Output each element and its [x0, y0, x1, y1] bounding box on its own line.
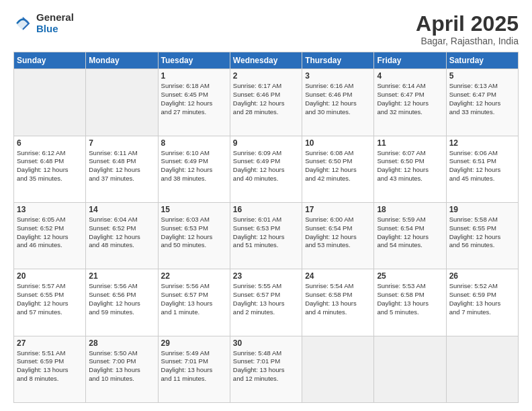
logo-icon: [13, 14, 32, 33]
table-row: [446, 336, 518, 402]
day-info: Sunrise: 5:56 AM Sunset: 6:57 PM Dayligh…: [161, 282, 227, 316]
day-info: Sunrise: 6:13 AM Sunset: 6:47 PM Dayligh…: [449, 82, 515, 116]
day-info: Sunrise: 6:10 AM Sunset: 6:49 PM Dayligh…: [161, 149, 227, 183]
table-row: 27Sunrise: 5:51 AM Sunset: 6:59 PM Dayli…: [14, 336, 86, 402]
table-row: 8Sunrise: 6:10 AM Sunset: 6:49 PM Daylig…: [158, 136, 230, 202]
calendar-week-row: 13Sunrise: 6:05 AM Sunset: 6:52 PM Dayli…: [14, 202, 519, 269]
day-info: Sunrise: 5:54 AM Sunset: 6:58 PM Dayligh…: [305, 282, 371, 316]
col-wednesday: Wednesday: [230, 52, 302, 69]
day-info: Sunrise: 6:06 AM Sunset: 6:51 PM Dayligh…: [449, 149, 515, 183]
day-number: 1: [161, 71, 227, 81]
table-row: 3Sunrise: 6:16 AM Sunset: 6:46 PM Daylig…: [302, 69, 374, 136]
logo-text: General Blue: [36, 12, 74, 34]
day-info: Sunrise: 5:57 AM Sunset: 6:55 PM Dayligh…: [17, 282, 83, 316]
col-tuesday: Tuesday: [158, 52, 230, 69]
table-row: 12Sunrise: 6:06 AM Sunset: 6:51 PM Dayli…: [446, 136, 518, 202]
table-row: 30Sunrise: 5:48 AM Sunset: 7:01 PM Dayli…: [230, 336, 302, 402]
table-row: 21Sunrise: 5:56 AM Sunset: 6:56 PM Dayli…: [86, 269, 158, 336]
table-row: 1Sunrise: 6:18 AM Sunset: 6:45 PM Daylig…: [158, 69, 230, 136]
table-row: 20Sunrise: 5:57 AM Sunset: 6:55 PM Dayli…: [14, 269, 86, 336]
day-info: Sunrise: 6:03 AM Sunset: 6:53 PM Dayligh…: [161, 216, 227, 250]
calendar-week-row: 27Sunrise: 5:51 AM Sunset: 6:59 PM Dayli…: [14, 336, 519, 402]
title-block: April 2025 Bagar, Rajasthan, India: [416, 12, 519, 46]
table-row: 13Sunrise: 6:05 AM Sunset: 6:52 PM Dayli…: [14, 202, 86, 269]
day-number: 11: [377, 138, 443, 148]
day-info: Sunrise: 5:59 AM Sunset: 6:54 PM Dayligh…: [377, 216, 443, 250]
day-number: 10: [305, 138, 371, 148]
day-number: 12: [449, 138, 515, 148]
day-number: 14: [89, 205, 154, 214]
day-info: Sunrise: 6:16 AM Sunset: 6:46 PM Dayligh…: [305, 82, 371, 116]
table-row: 19Sunrise: 5:58 AM Sunset: 6:55 PM Dayli…: [446, 202, 518, 269]
day-info: Sunrise: 6:00 AM Sunset: 6:54 PM Dayligh…: [305, 216, 371, 250]
table-row: 15Sunrise: 6:03 AM Sunset: 6:53 PM Dayli…: [158, 202, 230, 269]
day-number: 8: [161, 138, 227, 148]
day-info: Sunrise: 6:07 AM Sunset: 6:50 PM Dayligh…: [377, 149, 443, 183]
header: General Blue April 2025 Bagar, Rajasthan…: [13, 12, 519, 46]
day-info: Sunrise: 5:48 AM Sunset: 7:01 PM Dayligh…: [233, 349, 299, 383]
day-number: 2: [233, 71, 299, 81]
day-info: Sunrise: 6:05 AM Sunset: 6:52 PM Dayligh…: [17, 216, 83, 250]
calendar: Sunday Monday Tuesday Wednesday Thursday…: [13, 52, 519, 403]
day-info: Sunrise: 5:50 AM Sunset: 7:00 PM Dayligh…: [89, 349, 154, 383]
table-row: 16Sunrise: 6:01 AM Sunset: 6:53 PM Dayli…: [230, 202, 302, 269]
col-monday: Monday: [86, 52, 158, 69]
table-row: [302, 336, 374, 402]
day-info: Sunrise: 6:08 AM Sunset: 6:50 PM Dayligh…: [305, 149, 371, 183]
day-number: 29: [161, 338, 227, 348]
table-row: 25Sunrise: 5:53 AM Sunset: 6:58 PM Dayli…: [374, 269, 446, 336]
table-row: [14, 69, 86, 136]
day-number: 15: [161, 205, 227, 214]
location: Bagar, Rajasthan, India: [416, 36, 519, 46]
day-info: Sunrise: 6:01 AM Sunset: 6:53 PM Dayligh…: [233, 216, 299, 250]
day-info: Sunrise: 6:11 AM Sunset: 6:48 PM Dayligh…: [89, 149, 154, 183]
day-number: 24: [305, 271, 371, 281]
month-title: April 2025: [416, 12, 519, 36]
day-info: Sunrise: 5:52 AM Sunset: 6:59 PM Dayligh…: [449, 282, 515, 316]
calendar-week-row: 20Sunrise: 5:57 AM Sunset: 6:55 PM Dayli…: [14, 269, 519, 336]
day-info: Sunrise: 5:56 AM Sunset: 6:56 PM Dayligh…: [89, 282, 154, 316]
table-row: [86, 69, 158, 136]
col-saturday: Saturday: [446, 52, 518, 69]
day-info: Sunrise: 6:17 AM Sunset: 6:46 PM Dayligh…: [233, 82, 299, 116]
page: General Blue April 2025 Bagar, Rajasthan…: [0, 0, 532, 411]
table-row: 14Sunrise: 6:04 AM Sunset: 6:52 PM Dayli…: [86, 202, 158, 269]
day-number: 21: [89, 271, 154, 281]
day-number: 28: [89, 338, 154, 348]
table-row: 7Sunrise: 6:11 AM Sunset: 6:48 PM Daylig…: [86, 136, 158, 202]
day-number: 17: [305, 205, 371, 214]
col-friday: Friday: [374, 52, 446, 69]
day-number: 9: [233, 138, 299, 148]
calendar-week-row: 6Sunrise: 6:12 AM Sunset: 6:48 PM Daylig…: [14, 136, 519, 202]
table-row: 2Sunrise: 6:17 AM Sunset: 6:46 PM Daylig…: [230, 69, 302, 136]
table-row: 4Sunrise: 6:14 AM Sunset: 6:47 PM Daylig…: [374, 69, 446, 136]
day-number: 20: [17, 271, 83, 281]
day-number: 22: [161, 271, 227, 281]
day-info: Sunrise: 5:58 AM Sunset: 6:55 PM Dayligh…: [449, 216, 515, 250]
day-number: 5: [449, 71, 515, 81]
col-thursday: Thursday: [302, 52, 374, 69]
table-row: 10Sunrise: 6:08 AM Sunset: 6:50 PM Dayli…: [302, 136, 374, 202]
table-row: 28Sunrise: 5:50 AM Sunset: 7:00 PM Dayli…: [86, 336, 158, 402]
day-info: Sunrise: 6:04 AM Sunset: 6:52 PM Dayligh…: [89, 216, 154, 250]
day-info: Sunrise: 6:18 AM Sunset: 6:45 PM Dayligh…: [161, 82, 227, 116]
day-info: Sunrise: 6:14 AM Sunset: 6:47 PM Dayligh…: [377, 82, 443, 116]
logo-general-text: General: [36, 12, 74, 24]
logo: General Blue: [13, 12, 74, 34]
table-row: 26Sunrise: 5:52 AM Sunset: 6:59 PM Dayli…: [446, 269, 518, 336]
day-number: 30: [233, 338, 299, 348]
logo-blue-text: Blue: [36, 24, 74, 35]
day-number: 25: [377, 271, 443, 281]
day-number: 4: [377, 71, 443, 81]
day-info: Sunrise: 5:53 AM Sunset: 6:58 PM Dayligh…: [377, 282, 443, 316]
table-row: 23Sunrise: 5:55 AM Sunset: 6:57 PM Dayli…: [230, 269, 302, 336]
day-info: Sunrise: 5:49 AM Sunset: 7:01 PM Dayligh…: [161, 349, 227, 383]
table-row: 9Sunrise: 6:09 AM Sunset: 6:49 PM Daylig…: [230, 136, 302, 202]
day-number: 23: [233, 271, 299, 281]
day-number: 7: [89, 138, 154, 148]
table-row: 11Sunrise: 6:07 AM Sunset: 6:50 PM Dayli…: [374, 136, 446, 202]
col-sunday: Sunday: [14, 52, 86, 69]
table-row: 6Sunrise: 6:12 AM Sunset: 6:48 PM Daylig…: [14, 136, 86, 202]
day-number: 3: [305, 71, 371, 81]
day-number: 13: [17, 205, 83, 214]
